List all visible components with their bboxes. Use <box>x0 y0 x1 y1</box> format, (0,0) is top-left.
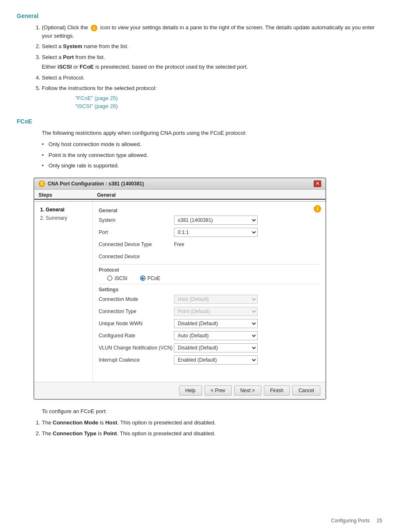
bottom-intro: To configure an FCoE port: <box>42 407 382 416</box>
connected-device-type-value: Free <box>174 242 320 247</box>
general-section: General (Optional) Click the i icon to v… <box>17 13 382 111</box>
fcoe-radio-option[interactable]: FCoE <box>140 275 161 281</box>
page-number: 25 <box>377 518 382 524</box>
general-heading: General <box>17 13 382 19</box>
port-bold: Port <box>63 54 74 60</box>
connection-type-value: Point (Default) <box>174 307 320 316</box>
bottom-step-1: The Connection Mode is Host. This option… <box>42 419 382 427</box>
vlun-vcn-label: VLUN Change Notification (VCN) <box>99 345 174 351</box>
info-icon-inline: i <box>91 25 97 31</box>
configured-rate-row: Configured Rate Auto (Default) <box>99 331 320 341</box>
finish-button[interactable]: Finish <box>264 386 290 396</box>
fcoe-radio-label: FCoE <box>148 275 161 281</box>
step-1: (Optional) Click the i icon to view your… <box>42 23 382 40</box>
page-footer: Configuring Ports 25 <box>331 518 382 524</box>
dialog-title-icon: S <box>38 180 45 187</box>
iscsi-link[interactable]: "iSCSI" (page 26) <box>75 103 118 109</box>
bottom-steps: The Connection Mode is Host. This option… <box>42 419 382 437</box>
system-label: System <box>99 217 174 223</box>
connected-device-row: Connected Device <box>99 252 320 262</box>
connection-mode-row: Connection Mode Host (Default) <box>99 294 320 304</box>
general-steps-list: (Optional) Click the i icon to view your… <box>42 23 382 111</box>
connection-type-select[interactable]: Point (Default) <box>174 307 258 316</box>
dialog-footer: Help < Prev Next > Finish Cancel <box>34 382 325 399</box>
step-3: Select a Port from the list. Either iSCS… <box>42 53 382 71</box>
interrupt-coalesce-label: Interrupt Coalesce <box>99 357 174 363</box>
fcoe-heading: FCoE <box>17 118 382 125</box>
system-value: s381 (1400381) <box>174 216 320 225</box>
port-select[interactable]: 0:1:1 <box>174 228 258 237</box>
dialog-col-headers: Steps General <box>34 190 325 202</box>
connection-mode-select[interactable]: Host (Default) <box>174 295 258 304</box>
dialog-form-area: i General System s381 (1400381) Port 0:1… <box>93 202 325 382</box>
port-label: Port <box>99 229 174 235</box>
help-button[interactable]: Help <box>179 386 202 396</box>
connected-device-type-row: Connected Device Type Free <box>99 239 320 249</box>
connection-mode-value: Host (Default) <box>174 295 320 304</box>
settings-section-label: Settings <box>99 287 320 293</box>
dialog-title-text: CNA Port Configuration : s381 (1400381) <box>48 181 144 187</box>
cancel-button[interactable]: Cancel <box>292 386 320 396</box>
dialog-body: 1. General 2. Summary i General System s… <box>34 202 325 382</box>
vlun-vcn-value: Disabled (Default) <box>174 343 320 352</box>
fcoe-link[interactable]: "FCoE" (page 25) <box>75 95 118 101</box>
port-row: Port 0:1:1 <box>99 227 320 237</box>
fcoe-radio[interactable] <box>140 275 146 281</box>
interrupt-coalesce-select[interactable]: Enabled (Default) <box>174 355 258 365</box>
interrupt-coalesce-row: Interrupt Coalesce Enabled (Default) <box>99 355 320 365</box>
connection-type-row: Connection Type Point (Default) <box>99 306 320 316</box>
iscsi-radio[interactable] <box>107 275 113 281</box>
next-button[interactable]: Next > <box>234 386 261 396</box>
col-steps-header: Steps <box>34 191 93 200</box>
vlun-vcn-row: VLUN Change Notification (VCN) Disabled … <box>99 343 320 353</box>
info-icon-button[interactable]: i <box>314 205 321 213</box>
system-bold: System <box>63 43 82 49</box>
unique-node-wwn-row: Unique Node WWN Disabled (Default) <box>99 319 320 329</box>
port-value: 0:1:1 <box>174 228 320 237</box>
fcoe-radio-dot <box>141 277 144 280</box>
system-row: System s381 (1400381) <box>99 215 320 225</box>
step-5: Follow the instructions for the selected… <box>42 84 382 111</box>
unique-node-wwn-select[interactable]: Disabled (Default) <box>174 319 258 328</box>
prev-button[interactable]: < Prev <box>205 386 232 396</box>
system-select[interactable]: s381 (1400381) <box>174 216 258 225</box>
protocol-section-label: Protocol <box>99 267 320 273</box>
general-form-section: General <box>99 208 320 213</box>
fcoe-section: FCoE The following restrictions apply wh… <box>17 118 382 400</box>
bullet-1: Only host connection mode is allowed. <box>42 140 382 149</box>
bullet-3: Only single rate is supported. <box>42 162 382 170</box>
connection-type-label: Connection Type <box>99 308 174 314</box>
protocol-options: iSCSI FCoE <box>107 275 320 281</box>
connected-device-type-label: Connected Device Type <box>99 242 174 247</box>
step-4: Select a Protocol. <box>42 74 382 82</box>
step-2: Select a System name from the list. <box>42 42 382 51</box>
divider-2 <box>99 284 320 284</box>
dialog-title-left: S CNA Port Configuration : s381 (1400381… <box>38 180 144 187</box>
bullet-2: Point is the only connection type allowe… <box>42 151 382 159</box>
step-general[interactable]: 1. General <box>38 206 88 213</box>
dialog-titlebar: S CNA Port Configuration : s381 (1400381… <box>34 178 325 190</box>
cna-dialog: S CNA Port Configuration : s381 (1400381… <box>33 177 326 400</box>
interrupt-coalesce-value: Enabled (Default) <box>174 355 320 365</box>
step-summary[interactable]: 2. Summary <box>38 214 88 222</box>
steps-sidebar: 1. General 2. Summary <box>34 202 93 382</box>
configured-rate-label: Configured Rate <box>99 333 174 339</box>
unique-node-wwn-value: Disabled (Default) <box>174 319 320 328</box>
page-footer-text: Configuring Ports <box>331 518 370 524</box>
iscsi-radio-option[interactable]: iSCSI <box>107 275 128 281</box>
configured-rate-value: Auto (Default) <box>174 331 320 340</box>
fcoe-intro: The following restrictions apply when co… <box>42 129 382 137</box>
dialog-close-button[interactable]: ✕ <box>314 180 321 187</box>
configured-rate-select[interactable]: Auto (Default) <box>174 331 258 340</box>
iscsi-radio-label: iSCSI <box>115 275 128 281</box>
connection-mode-label: Connection Mode <box>99 296 174 302</box>
bottom-step-2: The Connection Type is Point. This optio… <box>42 429 382 438</box>
unique-node-wwn-label: Unique Node WWN <box>99 321 174 326</box>
connected-device-label: Connected Device <box>99 254 174 260</box>
vlun-vcn-select[interactable]: Disabled (Default) <box>174 343 258 352</box>
fcoe-bullets: Only host connection mode is allowed. Po… <box>42 140 382 170</box>
col-general-header: General <box>93 191 325 200</box>
bottom-section: To configure an FCoE port: The Connectio… <box>17 407 382 438</box>
divider-1 <box>99 264 320 265</box>
